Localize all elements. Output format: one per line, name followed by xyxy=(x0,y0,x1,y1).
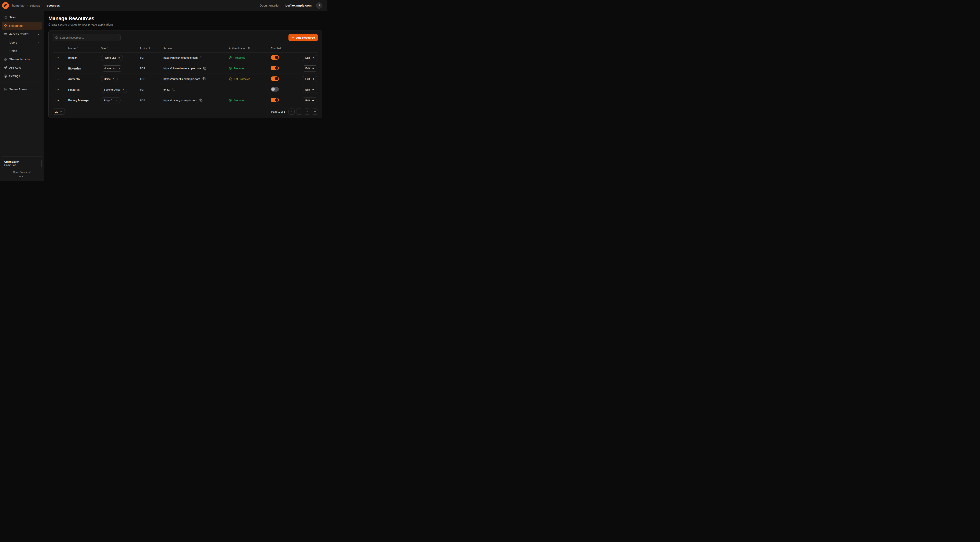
protocol-value: TCP xyxy=(140,99,164,102)
column-header-site[interactable]: Site xyxy=(101,47,140,50)
arrow-up-right-icon xyxy=(122,89,124,91)
row-actions-button[interactable]: ⋯ xyxy=(54,87,60,92)
edit-label: Edit xyxy=(305,67,310,70)
site-link-button[interactable]: Second Office xyxy=(101,87,127,93)
chevrons-left-icon xyxy=(290,110,293,113)
chevron-right-icon xyxy=(26,4,29,7)
toggle-knob xyxy=(275,66,278,70)
first-page-button[interactable] xyxy=(288,108,294,115)
auth-status: Not Protected xyxy=(229,78,271,81)
column-header-name[interactable]: Name xyxy=(68,47,101,50)
next-page-button[interactable] xyxy=(304,108,310,115)
breadcrumb-resources: resources xyxy=(46,4,60,7)
copy-icon[interactable] xyxy=(199,99,203,102)
protocol-value: TCP xyxy=(140,67,164,70)
pangolin-logo-icon[interactable] xyxy=(2,2,9,9)
sidebar-item-access-control[interactable]: Access Control xyxy=(2,30,42,38)
last-page-button[interactable] xyxy=(312,108,318,115)
site-link-button[interactable]: Office xyxy=(101,76,118,82)
organization-switcher[interactable]: Organization Home Lab xyxy=(2,159,42,168)
add-resource-button[interactable]: Add Resource xyxy=(288,34,318,41)
edit-button[interactable]: Edit xyxy=(303,76,317,82)
enabled-toggle[interactable] xyxy=(271,98,279,102)
row-actions-button[interactable]: ⋯ xyxy=(54,66,60,71)
sidebar-footer: Organization Home Lab Open Source v1.3.0 xyxy=(2,156,42,181)
arrow-up-right-icon xyxy=(118,57,120,59)
page-info: Page 1 of 1 xyxy=(271,110,285,113)
prev-page-button[interactable] xyxy=(296,108,302,115)
copy-icon[interactable] xyxy=(200,56,203,60)
sidebar-item-shareable-links[interactable]: Shareable Links xyxy=(2,56,42,63)
top-bar: home-lab settings resources Documentatio… xyxy=(0,0,327,11)
sidebar-item-settings[interactable]: Settings xyxy=(2,72,42,80)
site-name: Edge 01 xyxy=(104,99,114,102)
edit-label: Edit xyxy=(305,88,310,91)
column-label: Enabled xyxy=(271,47,281,50)
table-header-row: Name Site Protocol Access Authenticati xyxy=(53,45,318,53)
pagination-controls: Page 1 of 1 xyxy=(271,108,318,115)
sidebar-item-resources[interactable]: Resources xyxy=(2,22,42,30)
breadcrumb-settings[interactable]: settings xyxy=(30,4,40,7)
access-url: https://immich.example.com xyxy=(164,56,197,59)
sidebar-item-label: Roles xyxy=(10,49,40,53)
protocol-value: TCP xyxy=(140,88,164,91)
access-url: 5432 xyxy=(164,88,170,91)
copy-icon[interactable] xyxy=(203,67,207,70)
site-link-button[interactable]: Home Lab xyxy=(101,65,123,72)
avatar[interactable]: J xyxy=(316,2,322,9)
auth-status: Protected xyxy=(229,67,271,70)
organization-label: Organization xyxy=(4,161,35,163)
open-source-link[interactable]: Open Source xyxy=(2,171,42,174)
column-label: Access xyxy=(164,47,172,50)
breadcrumb-home-lab[interactable]: home-lab xyxy=(12,4,24,7)
topbar-right: Documentation joe@example.com J xyxy=(260,2,322,9)
table-row: ⋯ Bitwarden Home Lab TCP https://bitward… xyxy=(53,63,318,74)
arrow-right-icon xyxy=(312,78,314,80)
enabled-toggle[interactable] xyxy=(271,66,279,70)
sort-icon xyxy=(77,47,80,49)
site-link-button[interactable]: Home Lab xyxy=(101,55,123,61)
toggle-knob xyxy=(275,98,278,102)
chevrons-right-icon xyxy=(313,110,316,113)
user-email-menu[interactable]: joe@example.com xyxy=(285,4,312,7)
auth-label: - xyxy=(229,88,230,91)
enabled-toggle[interactable] xyxy=(271,87,279,92)
search-input[interactable] xyxy=(53,34,121,41)
gear-icon xyxy=(4,74,7,78)
site-link-button[interactable]: Edge 01 xyxy=(101,97,121,104)
edit-button[interactable]: Edit xyxy=(303,87,317,93)
chevron-left-icon xyxy=(298,110,301,113)
access-cell: https://immich.example.com xyxy=(164,56,229,60)
resource-name: Immich xyxy=(68,56,101,59)
organization-value: Home Lab xyxy=(4,164,35,167)
open-source-label: Open Source xyxy=(13,171,27,174)
site-name: Home Lab xyxy=(104,56,116,59)
toggle-knob xyxy=(275,77,278,80)
edit-button[interactable]: Edit xyxy=(303,97,317,104)
column-header-authentication[interactable]: Authentication xyxy=(229,47,271,50)
shield-check-icon xyxy=(229,67,232,70)
sidebar-item-users[interactable]: Users xyxy=(2,38,42,46)
access-cell: https://bitwarden.example.com xyxy=(164,67,229,70)
auth-label: Protected xyxy=(234,99,245,102)
copy-icon[interactable] xyxy=(172,88,175,92)
add-resource-label: Add Resource xyxy=(296,36,315,39)
page-size-select[interactable]: 20 xyxy=(53,108,65,115)
sidebar-item-roles[interactable]: Roles xyxy=(2,47,42,55)
enabled-toggle[interactable] xyxy=(271,77,279,81)
sidebar-item-server-admin[interactable]: Server Admin xyxy=(2,85,42,93)
row-actions-button[interactable]: ⋯ xyxy=(54,55,60,61)
row-actions-button[interactable]: ⋯ xyxy=(54,77,60,82)
row-actions-button[interactable]: ⋯ xyxy=(54,98,60,103)
edit-button[interactable]: Edit xyxy=(303,65,317,72)
sidebar-item-sites[interactable]: Sites xyxy=(2,13,42,21)
main-content: Manage Resources Create secure proxies t… xyxy=(44,11,327,181)
edit-button[interactable]: Edit xyxy=(303,55,317,61)
access-url: https://battery.example.com xyxy=(164,99,197,102)
copy-icon[interactable] xyxy=(202,77,206,81)
enabled-toggle[interactable] xyxy=(271,55,279,60)
sidebar-item-api-keys[interactable]: API Keys xyxy=(2,64,42,72)
server-icon xyxy=(4,88,7,91)
auth-label: Protected xyxy=(234,56,245,59)
documentation-link[interactable]: Documentation xyxy=(260,4,280,7)
